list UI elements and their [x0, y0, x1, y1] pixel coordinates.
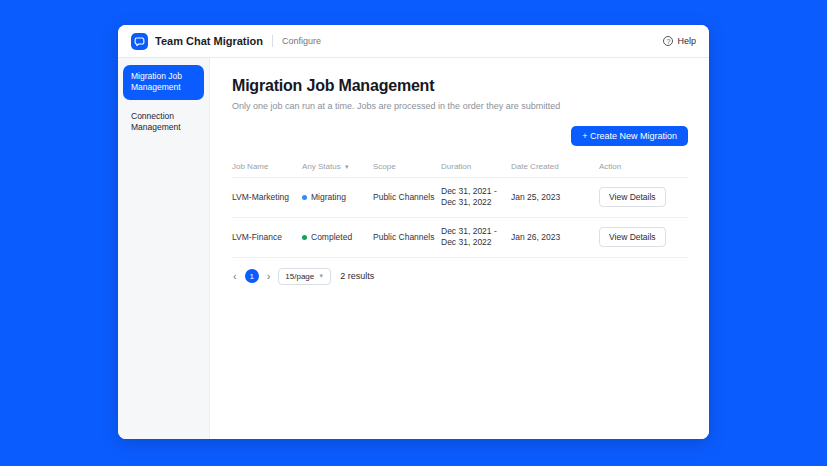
table-header-row: Job Name Any Status ▼ Scope Duration Dat…: [232, 157, 688, 178]
col-header-status-filter[interactable]: Any Status ▼: [302, 162, 371, 171]
status-filter-label: Any Status: [302, 162, 341, 171]
cell-date-created: Jan 25, 2023: [511, 192, 597, 203]
col-header-scope: Scope: [373, 162, 439, 171]
page-size-select[interactable]: 15/page ▼: [278, 268, 331, 285]
app-title: Team Chat Migration: [155, 35, 263, 47]
cell-action: View Details: [599, 227, 688, 247]
question-circle-icon: ?: [663, 36, 673, 46]
cell-status: Migrating: [302, 192, 371, 203]
sidebar-item-connection-management[interactable]: Connection Management: [123, 105, 204, 140]
cell-scope: Public Channels: [373, 192, 439, 203]
jobs-table: Job Name Any Status ▼ Scope Duration Dat…: [232, 157, 688, 258]
status-dot-icon: [302, 195, 307, 200]
sidebar-item-migration-job-management[interactable]: Migration Job Management: [123, 65, 204, 100]
chevron-down-icon: ▼: [344, 164, 350, 170]
pagination: ‹ 1 › 15/page ▼ 2 results: [232, 268, 688, 285]
view-details-button[interactable]: View Details: [599, 227, 666, 247]
cell-action: View Details: [599, 187, 688, 207]
col-header-job-name: Job Name: [232, 162, 300, 171]
next-page-chevron-icon[interactable]: ›: [266, 271, 272, 282]
table-row: LVM-Finance Completed Public Channels De…: [232, 218, 688, 258]
create-new-migration-button[interactable]: + Create New Migration: [571, 126, 688, 146]
results-count: 2 results: [340, 271, 374, 281]
cell-job-name: LVM-Finance: [232, 232, 300, 243]
team-chat-logo: [131, 33, 148, 50]
cell-duration: Dec 31, 2021 - Dec 31, 2022: [441, 186, 509, 209]
chevron-down-icon: ▼: [318, 273, 324, 279]
cell-status: Completed: [302, 232, 371, 243]
chat-bubble-icon: [134, 36, 145, 47]
main-content: Migration Job Management Only one job ca…: [210, 58, 709, 439]
nav-configure[interactable]: Configure: [282, 36, 321, 46]
cell-date-created: Jan 26, 2023: [511, 232, 597, 243]
previous-page-chevron-icon[interactable]: ‹: [232, 271, 238, 282]
help-button[interactable]: ? Help: [663, 36, 696, 46]
sidebar: Migration Job Management Connection Mana…: [118, 58, 210, 439]
table-row: LVM-Marketing Migrating Public Channels …: [232, 178, 688, 218]
header-divider: [272, 35, 273, 47]
help-label: Help: [677, 36, 696, 46]
cell-job-name: LVM-Marketing: [232, 192, 300, 203]
status-dot-icon: [302, 235, 307, 240]
view-details-button[interactable]: View Details: [599, 187, 666, 207]
cell-duration: Dec 31, 2021 - Dec 31, 2022: [441, 226, 509, 249]
app-window: Team Chat Migration Configure ? Help Mig…: [118, 25, 709, 439]
page-number-button[interactable]: 1: [245, 269, 259, 283]
status-label: Completed: [311, 232, 352, 243]
page-subtitle: Only one job can run at a time. Jobs are…: [232, 101, 688, 111]
cell-scope: Public Channels: [373, 232, 439, 243]
page-size-value: 15/page: [285, 272, 314, 281]
col-header-date-created: Date Created: [511, 162, 597, 171]
col-header-duration: Duration: [441, 162, 509, 171]
status-label: Migrating: [311, 192, 346, 203]
page-title: Migration Job Management: [232, 77, 688, 95]
col-header-action: Action: [599, 162, 688, 171]
top-bar: Team Chat Migration Configure ? Help: [118, 25, 709, 58]
